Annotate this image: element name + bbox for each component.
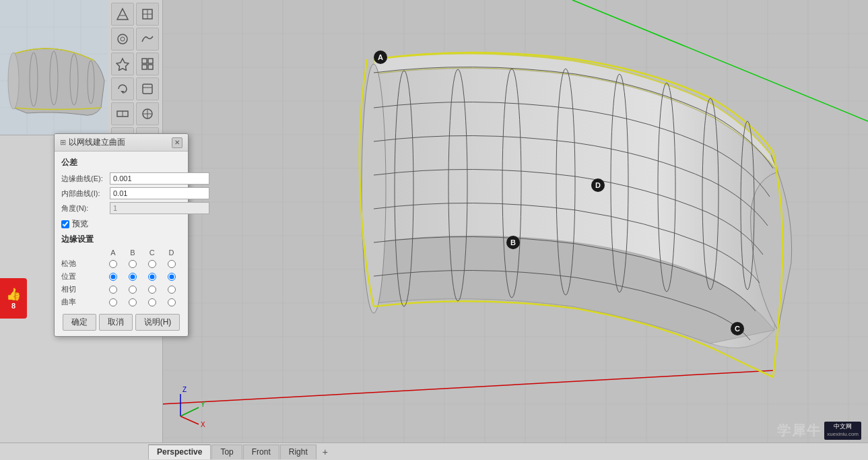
- svg-text:A: A: [378, 53, 383, 61]
- tab-perspective[interactable]: Perspective: [148, 445, 211, 459]
- like-icon: 👍: [6, 287, 21, 302]
- tab-right[interactable]: Right: [280, 445, 316, 459]
- svg-text:B: B: [510, 238, 516, 247]
- watermark-logo: 中文网 xuexiniu.com: [824, 422, 861, 439]
- svg-rect-77: [142, 59, 147, 63]
- dialog-buttons-area: 确定 取消 说明(H): [61, 314, 181, 331]
- tab-top[interactable]: Top: [211, 445, 242, 459]
- radio-pos-b[interactable]: [129, 273, 137, 281]
- watermark-main-text: 学犀牛: [777, 422, 822, 440]
- tool-icon-9[interactable]: [111, 102, 134, 125]
- tool-icon-1[interactable]: [111, 3, 134, 26]
- row-tangent-label: 相切: [61, 283, 104, 296]
- radio-curv-a[interactable]: [109, 298, 117, 306]
- tool-icon-4[interactable]: [136, 28, 159, 51]
- tool-icon-3[interactable]: [111, 28, 134, 51]
- radio-pos-a[interactable]: [109, 273, 117, 281]
- svg-text:D: D: [595, 181, 601, 189]
- tool-icon-6[interactable]: [136, 53, 159, 75]
- like-button[interactable]: 👍 8: [0, 278, 27, 319]
- watermark: 学犀牛 中文网 xuexiniu.com: [777, 422, 861, 440]
- radio-curv-b[interactable]: [129, 298, 137, 306]
- dialog-content: 公差 边缘曲线(E): 内部曲线(I): 角度(N): 预览 边缘设置: [55, 152, 188, 336]
- row-curvature-label: 曲率: [61, 296, 104, 308]
- ok-button[interactable]: 确定: [63, 314, 96, 331]
- watermark-sub-text: 中文网: [834, 423, 852, 431]
- icon-row-2: [111, 28, 159, 51]
- row-loose: 松弛: [61, 257, 181, 270]
- dialog-close-button[interactable]: ✕: [172, 137, 182, 148]
- svg-marker-69: [117, 9, 128, 20]
- svg-rect-79: [142, 65, 147, 69]
- svg-point-74: [118, 34, 127, 44]
- edge-curve-label: 边缘曲线(E):: [61, 174, 110, 184]
- radio-tan-b[interactable]: [129, 286, 137, 294]
- edge-settings-title: 边缘设置: [61, 234, 181, 245]
- dialog-networksurf: ⊞ 以网线建立曲面 ✕ 公差 边缘曲线(E): 内部曲线(I): 角度(N):: [54, 133, 189, 337]
- col-a: A: [104, 248, 123, 257]
- watermark-url: xuexiniu.com: [827, 431, 859, 438]
- tab-add-button[interactable]: +: [317, 445, 333, 459]
- tool-icon-10[interactable]: [136, 102, 159, 125]
- tool-icon-7[interactable]: [111, 77, 134, 100]
- thumbnail-viewport: [0, 0, 108, 135]
- svg-text:X: X: [201, 421, 205, 428]
- preview-label: 预览: [72, 218, 88, 230]
- svg-text:C: C: [735, 325, 740, 333]
- col-d: D: [162, 248, 181, 257]
- preview-row: 预览: [61, 218, 181, 230]
- row-curvature: 曲率: [61, 296, 181, 308]
- svg-marker-76: [116, 59, 129, 71]
- tab-front[interactable]: Front: [243, 445, 279, 459]
- inner-curve-row: 内部曲线(I):: [61, 187, 181, 199]
- radio-pos-d[interactable]: [168, 273, 176, 281]
- svg-point-64: [8, 53, 19, 109]
- col-c: C: [142, 248, 162, 257]
- help-button[interactable]: 说明(H): [135, 314, 180, 331]
- dialog-titlebar[interactable]: ⊞ 以网线建立曲面 ✕: [55, 134, 188, 152]
- cancel-button[interactable]: 取消: [99, 314, 133, 331]
- svg-point-75: [121, 37, 125, 41]
- radio-loose-d[interactable]: [168, 260, 176, 268]
- svg-rect-78: [148, 59, 153, 63]
- radio-loose-c[interactable]: [148, 260, 156, 268]
- radio-curv-c[interactable]: [148, 298, 156, 306]
- row-tangent: 相切: [61, 283, 181, 296]
- icon-row-3: [111, 53, 159, 75]
- dialog-title-label: 以网线建立曲面: [69, 137, 125, 148]
- icon-row-4: [111, 77, 159, 100]
- icon-row-5: [111, 102, 159, 125]
- radio-loose-b[interactable]: [129, 260, 137, 268]
- edge-curve-input[interactable]: [110, 172, 209, 185]
- dialog-title-icon: ⊞: [60, 138, 66, 147]
- angle-input[interactable]: [110, 202, 209, 214]
- radio-tan-d[interactable]: [168, 286, 176, 294]
- radio-pos-c[interactable]: [148, 273, 156, 281]
- inner-curve-label: 内部曲线(I):: [61, 189, 110, 199]
- tool-icon-5[interactable]: [111, 53, 134, 75]
- radio-loose-a[interactable]: [109, 260, 117, 268]
- svg-text:Z: Z: [182, 386, 187, 393]
- radio-tan-c[interactable]: [148, 286, 156, 294]
- row-loose-label: 松弛: [61, 257, 104, 270]
- radio-tan-a[interactable]: [109, 286, 117, 294]
- tool-icon-8[interactable]: [136, 77, 159, 100]
- dialog-title-area: ⊞ 以网线建立曲面: [60, 137, 125, 148]
- tolerance-section-title: 公差: [61, 157, 181, 168]
- svg-rect-80: [148, 65, 153, 69]
- like-count: 8: [11, 302, 15, 310]
- main-viewport: A B C D Z Y X: [0, 0, 868, 460]
- viewport-tab-bar: Perspective Top Front Right +: [0, 442, 868, 460]
- row-position-label: 位置: [61, 270, 104, 283]
- angle-label: 角度(N):: [61, 203, 110, 213]
- edge-settings-table: A B C D 松弛: [61, 248, 181, 308]
- svg-text:Y: Y: [201, 401, 205, 408]
- radio-curv-d[interactable]: [168, 298, 176, 306]
- col-b: B: [123, 248, 142, 257]
- svg-rect-82: [143, 84, 152, 94]
- edge-curve-row: 边缘曲线(E):: [61, 172, 181, 185]
- col-empty: [61, 248, 104, 257]
- tool-icon-2[interactable]: [136, 3, 159, 26]
- inner-curve-input[interactable]: [110, 187, 209, 199]
- preview-checkbox[interactable]: [61, 220, 69, 228]
